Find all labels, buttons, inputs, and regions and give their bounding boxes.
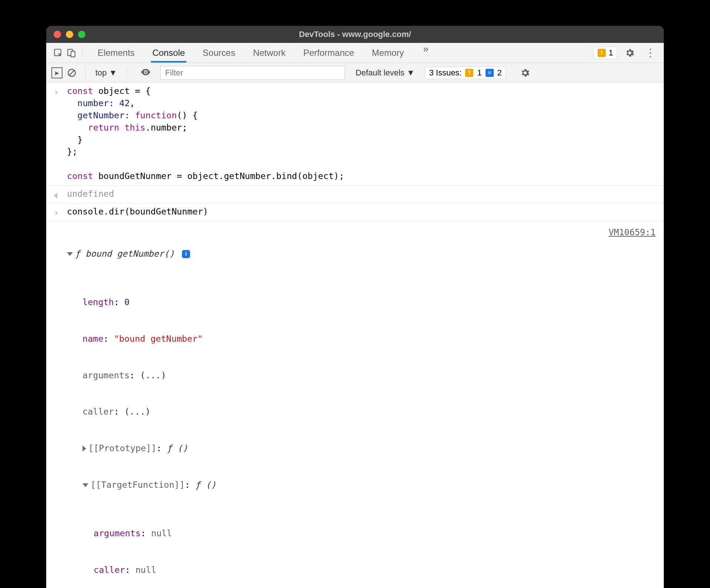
close-window-button[interactable] — [54, 31, 61, 38]
console-toolbar: ▶ top ▼ Default levels ▼ 3 Issues: ! 1 ≡… — [46, 63, 664, 83]
prop-length[interactable]: length: 0 — [67, 296, 659, 308]
console-sidebar-toggle-icon[interactable]: ▶ — [51, 67, 62, 78]
log-levels-selector[interactable]: Default levels ▼ — [355, 68, 415, 78]
device-toolbar-icon[interactable] — [65, 46, 78, 60]
prop-prototype-internal[interactable]: [[Prototype]]: ƒ () — [67, 442, 659, 454]
inspect-element-icon[interactable] — [51, 46, 65, 60]
clear-console-icon[interactable] — [66, 67, 77, 78]
issues-info-count: 2 — [497, 68, 502, 78]
input-chevron-icon: › — [54, 86, 59, 98]
undefined-output: undefined — [67, 188, 659, 200]
window-title: DevTools - www.google.com/ — [299, 30, 411, 39]
context-selector[interactable]: top ▼ — [94, 68, 118, 78]
console-body: › const object = { number: 42, getNumber… — [46, 83, 664, 588]
zoom-window-button[interactable] — [78, 31, 85, 38]
settings-icon[interactable] — [623, 46, 636, 60]
filter-input[interactable] — [160, 66, 345, 80]
tab-performance[interactable]: Performance — [302, 43, 355, 62]
svg-rect-2 — [71, 51, 75, 57]
prop-caller[interactable]: caller: (...) — [67, 406, 659, 418]
svg-point-5 — [145, 71, 147, 73]
more-tabs-button[interactable]: » — [420, 43, 431, 62]
divider — [85, 67, 86, 78]
issues-label: 3 Issues: — [429, 68, 462, 78]
info-icon[interactable]: i — [182, 250, 190, 258]
dir-call: console.dir(boundGetNunmer) — [67, 206, 659, 218]
issues-badge[interactable]: 3 Issues: ! 1 ≡ 2 — [425, 67, 506, 79]
divider — [126, 67, 127, 78]
tab-network[interactable]: Network — [251, 43, 287, 62]
info-icon: ≡ — [486, 69, 494, 77]
prop-arguments[interactable]: arguments: (...) — [67, 369, 659, 382]
tab-memory[interactable]: Memory — [371, 43, 406, 62]
panel-tabs: Elements Console Sources Network Perform… — [96, 43, 594, 62]
warning-icon: ! — [598, 49, 606, 57]
console-dir-output: VM10659:1 ƒ bound getNumber() i length: … — [46, 221, 664, 588]
console-input-row: › const object = { number: 42, getNumber… — [46, 83, 664, 186]
console-settings-icon[interactable] — [518, 66, 532, 80]
minimize-window-button[interactable] — [66, 31, 73, 38]
issues-warn-count: 1 — [477, 68, 481, 78]
svg-line-4 — [70, 70, 74, 75]
warning-count: 1 — [609, 48, 613, 58]
vm-source-link[interactable]: VM10659:1 — [609, 226, 656, 239]
prop-name[interactable]: name: "bound getNumber" — [67, 333, 659, 345]
tab-sources[interactable]: Sources — [201, 43, 237, 62]
kebab-menu-icon[interactable]: ⋮ — [642, 47, 659, 59]
tab-console[interactable]: Console — [151, 43, 186, 62]
tab-elements[interactable]: Elements — [96, 43, 136, 62]
devtools-window: DevTools - www.google.com/ Elements Cons… — [46, 26, 664, 588]
live-expression-icon[interactable] — [140, 67, 151, 79]
devtools-tabbar: Elements Console Sources Network Perform… — [46, 43, 664, 63]
warnings-badge[interactable]: ! 1 — [594, 47, 617, 59]
console-output-row: undefined — [46, 186, 664, 203]
output-chevron-icon — [54, 189, 60, 201]
tf-caller[interactable]: caller: null — [67, 564, 659, 576]
titlebar: DevTools - www.google.com/ — [46, 26, 664, 43]
warning-icon: ! — [465, 69, 473, 77]
tf-arguments[interactable]: arguments: null — [67, 527, 659, 540]
prop-target-function[interactable]: [[TargetFunction]]: ƒ () — [67, 479, 659, 491]
code-block: const object = { number: 42, getNumber: … — [67, 85, 659, 182]
traffic-lights — [46, 31, 85, 38]
object-header[interactable]: ƒ bound getNumber() i — [67, 248, 659, 260]
input-chevron-icon: › — [54, 207, 59, 219]
console-input-row: › console.dir(boundGetNunmer) — [46, 203, 664, 221]
divider — [82, 47, 83, 58]
